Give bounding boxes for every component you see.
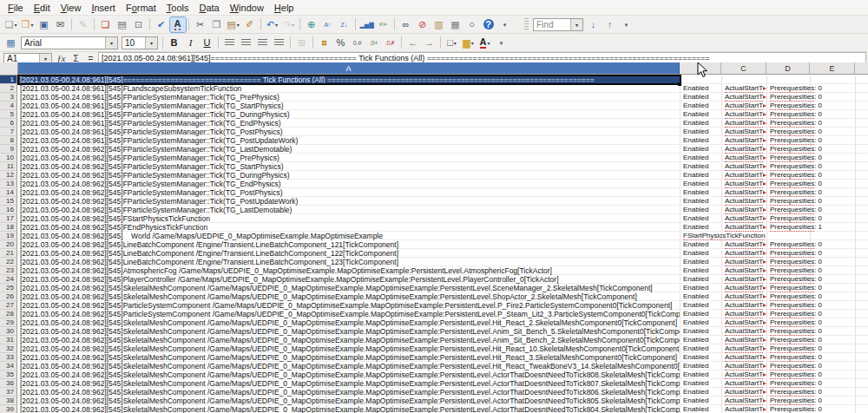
cell-c32[interactable]: ActualStartT (721, 344, 766, 353)
cell-a14[interactable]: [2021.03.05-00.24.08:962][545]FParticleS… (18, 188, 680, 197)
new-document-button[interactable]: ❏▾ (3, 17, 19, 32)
row-header-18[interactable]: 18 (0, 223, 17, 232)
row-header-22[interactable]: 22 (0, 258, 17, 266)
cell-a1[interactable]: [2021.03.05-00.24.08:961][545]==========… (18, 75, 680, 84)
font-color-button[interactable]: A▾ (477, 36, 493, 50)
cell-a17[interactable]: [2021.03.05-00.24.08:962][545]FStartPhys… (18, 214, 680, 223)
cell-a31[interactable]: [2021.03.05-00.24.08:962][545]SkeletalMe… (18, 336, 680, 344)
open-button[interactable]: ❒▾ (20, 17, 36, 32)
row-header-7[interactable]: 7 (0, 128, 17, 136)
cell-b31[interactable]: Enabled (680, 336, 721, 344)
select-all-corner[interactable] (0, 62, 18, 75)
cell-a33[interactable]: [2021.03.05-00.24.08:962][545]SkeletalMe… (18, 353, 680, 362)
align-left-button[interactable] (222, 36, 238, 50)
row-header-26[interactable]: 26 (0, 292, 17, 301)
cell-a2[interactable]: [2021.03.05-00.24.08:961][545]FLandscape… (18, 84, 680, 93)
cell-b4[interactable]: Enabled (680, 102, 721, 110)
cell-d6[interactable]: Prerequesities: 0 (766, 119, 822, 128)
cell-a3[interactable]: [2021.03.05-00.24.08:961][545]FParticleS… (18, 93, 680, 102)
cell-c25[interactable]: ActualStartT (721, 284, 766, 292)
cell-d30[interactable]: Prerequesities: 0 (766, 327, 822, 336)
menu-edit[interactable]: Edit (29, 2, 56, 14)
find-previous-button[interactable]: ↑ (602, 17, 618, 32)
cell-c28[interactable]: ActualStartT (721, 310, 766, 318)
cell-d16[interactable]: Prerequesities: 0 (766, 206, 822, 214)
row-header-5[interactable]: 5 (0, 110, 17, 119)
cell-a20[interactable]: [2021.03.05-00.24.08:962][545]LineBatchC… (18, 240, 680, 249)
cell-c7[interactable]: ActualStartT (721, 128, 766, 136)
cell-d14[interactable]: Prerequesities: 0 (766, 188, 822, 197)
row-header-29[interactable]: 29 (0, 318, 17, 327)
cell-c37[interactable]: ActualStartT (721, 388, 766, 397)
italic-button[interactable]: I (183, 36, 199, 50)
cell-c18[interactable]: ActualStartT (721, 223, 766, 232)
cell-d2[interactable]: Prerequesities: 0 (766, 84, 822, 93)
cell-b33[interactable]: Enabled (680, 353, 721, 362)
cell-b25[interactable]: Enabled (680, 284, 721, 292)
cell-c24[interactable]: ActualStartT (721, 275, 766, 284)
find-next-button[interactable]: ↓ (586, 17, 602, 32)
row-header-16[interactable]: 16 (0, 206, 17, 214)
spelling-button[interactable]: ✔ (154, 17, 169, 32)
cell-b18[interactable]: Enabled (680, 223, 721, 232)
cell-d8[interactable]: Prerequesities: 0 (766, 136, 822, 145)
draw-functions-button[interactable]: ✏ (376, 17, 391, 32)
align-center-button[interactable] (239, 36, 254, 50)
cell-c8[interactable]: ActualStartT (721, 136, 766, 145)
cell-d9[interactable]: Prerequesities: 0 (766, 145, 822, 154)
increase-indent-button[interactable]: → (422, 36, 437, 50)
cell-d24[interactable]: Prerequesities: 0 (766, 275, 822, 284)
cell-b24[interactable]: Enabled (680, 275, 721, 284)
decrease-indent-button[interactable]: ← (405, 36, 421, 50)
cell-c17[interactable]: ActualStartT (721, 214, 766, 223)
cell-a18[interactable]: [2021.03.05-00.24.08:962][545]FEndPhysic… (18, 223, 680, 232)
data-sources-button[interactable]: ▦ (448, 17, 464, 32)
cell-d5[interactable]: Prerequesities: 0 (766, 110, 822, 119)
cell-c13[interactable]: ActualStartT (721, 180, 766, 188)
cell-c16[interactable]: ActualStartT (721, 206, 766, 214)
cell-a22[interactable]: [2021.03.05-00.24.08:962][545]LineBatchC… (18, 258, 680, 266)
cell-c9[interactable]: ActualStartT (721, 145, 766, 154)
cell-c4[interactable]: ActualStartT (721, 102, 766, 110)
cell-a36[interactable]: [2021.03.05-00.24.08:962][545]SkeletalMe… (18, 379, 680, 388)
cell-d33[interactable]: Prerequesities: 0 (766, 353, 822, 362)
row-header-33[interactable]: 33 (0, 353, 17, 362)
cell-a28[interactable]: [2021.03.05-00.24.08:962][545]ParticleSy… (18, 310, 680, 318)
cell-d35[interactable]: Prerequesities: 0 (766, 370, 822, 379)
cell-d13[interactable]: Prerequesities: 0 (766, 180, 822, 188)
help-button[interactable]: ? (481, 17, 496, 32)
cell-a23[interactable]: [2021.03.05-00.24.08:962][545]Atmospheri… (18, 266, 680, 275)
cell-a34[interactable]: [2021.03.05-00.24.08:962][545]SkeletalMe… (18, 362, 680, 370)
cell-d11[interactable]: Prerequesities: 0 (766, 162, 822, 171)
cell-a10[interactable]: [2021.03.05-00.24.08:962][545]FParticleS… (18, 154, 680, 162)
cell-c14[interactable]: ActualStartT (721, 188, 766, 197)
toolbar-options-button[interactable]: ▾ (497, 17, 513, 32)
cell-d12[interactable]: Prerequesities: 0 (766, 171, 822, 180)
row-header-11[interactable]: 11 (0, 162, 17, 171)
font-size-combo[interactable]: 10▾ (122, 36, 158, 49)
column-header-d[interactable]: D (766, 62, 810, 75)
cell-b21[interactable]: Enabled (680, 249, 721, 258)
row-header-20[interactable]: 20 (0, 240, 17, 249)
cell-b8[interactable]: Enabled (680, 136, 721, 145)
cell-c26[interactable]: ActualStartT (721, 292, 766, 301)
cell-d25[interactable]: Prerequesities: 0 (766, 284, 822, 292)
cell-d17[interactable]: Prerequesities: 0 (766, 214, 822, 223)
chevron-down-icon[interactable]: ▾ (105, 37, 117, 49)
menu-insert[interactable]: Insert (86, 2, 121, 14)
cell-a7[interactable]: [2021.03.05-00.24.08:961][545]FParticleS… (18, 128, 680, 136)
row-header-28[interactable]: 28 (0, 310, 17, 318)
cell-c34[interactable]: ActualStartT (721, 362, 766, 370)
underline-button[interactable]: U (200, 36, 215, 50)
row-header-6[interactable]: 6 (0, 119, 17, 128)
cell-a29[interactable]: [2021.03.05-00.24.08:962][545]SkeletalMe… (18, 318, 680, 327)
undo-button[interactable]: ↶▾ (265, 17, 280, 32)
row-header-31[interactable]: 31 (0, 336, 17, 344)
cell-a5[interactable]: [2021.03.05-00.24.08:961][545]FParticleS… (18, 110, 680, 119)
cell-c36[interactable]: ActualStartT (721, 379, 766, 388)
row-header-34[interactable]: 34 (0, 362, 17, 370)
dropdown-arrow-icon[interactable]: ▾ (275, 22, 278, 28)
cell-d15[interactable]: Prerequesities: 0 (766, 197, 822, 206)
menu-data[interactable]: Data (194, 2, 224, 14)
auto-spellcheck-button[interactable]: A (170, 17, 186, 32)
